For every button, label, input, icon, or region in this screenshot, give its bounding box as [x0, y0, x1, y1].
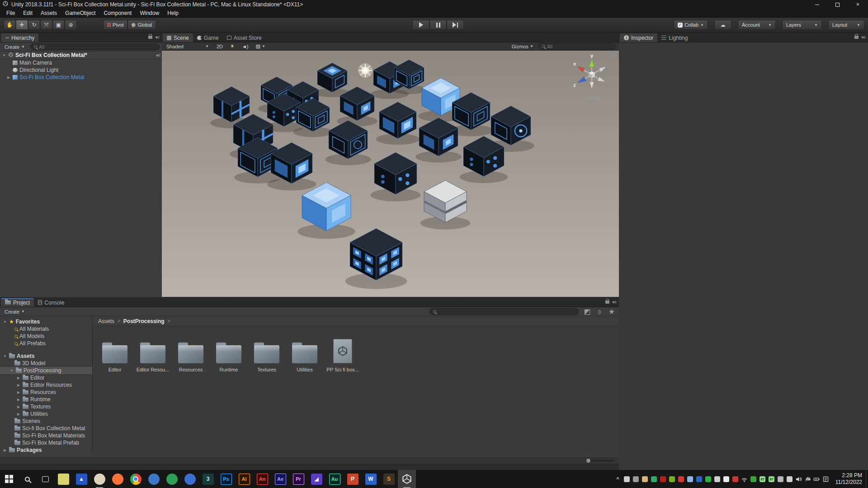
- tree-item-textures[interactable]: ▶Textures: [0, 403, 92, 410]
- wifi-hotspot-icon[interactable]: [632, 475, 640, 483]
- breadcrumb-root[interactable]: Assets: [98, 318, 114, 324]
- blue-tool-icon[interactable]: [686, 475, 694, 483]
- animate-icon[interactable]: An: [253, 470, 271, 488]
- layers-dropdown[interactable]: Layers▼: [782, 20, 822, 30]
- scene-effects-dropdown-icon[interactable]: ▨ ▼: [254, 43, 268, 49]
- green-ring-icon[interactable]: [704, 475, 712, 483]
- tree-expander-icon[interactable]: ▶: [16, 412, 21, 416]
- pause-button[interactable]: [429, 20, 447, 30]
- tab-game[interactable]: Game: [193, 33, 223, 42]
- minimize-button[interactable]: [807, 0, 827, 9]
- toggle-2d-button[interactable]: 2D: [214, 44, 225, 49]
- tree-item-all-materials[interactable]: All Materials: [0, 325, 92, 333]
- tray-expand-icon[interactable]: ^: [614, 475, 622, 483]
- tree-expander-icon[interactable]: ▶: [16, 398, 21, 402]
- scene-cube-quad[interactable]: [345, 229, 407, 289]
- project-create-button[interactable]: Create▼: [2, 309, 28, 315]
- scene-cube-metal[interactable]: [420, 180, 471, 230]
- asset-pp-sci-fi-box-[interactable]: PP Sci fi box...: [329, 338, 357, 372]
- transform-tool-icon[interactable]: ⊕: [65, 20, 77, 30]
- rotate-tool-icon[interactable]: ↻: [28, 20, 40, 30]
- hierarchy-item-main-camera[interactable]: Main Camera: [0, 59, 162, 66]
- tree-item-favorites[interactable]: ▼★Favorites: [0, 318, 92, 325]
- nvidia-icon[interactable]: [668, 475, 676, 483]
- red-a-app-icon[interactable]: [677, 475, 685, 483]
- layout-dropdown[interactable]: Layout▼: [828, 20, 864, 30]
- search-globe-app-icon[interactable]: [145, 470, 163, 488]
- tab-lighting[interactable]: Lighting: [657, 33, 692, 42]
- tree-item-all-models[interactable]: All Models: [0, 333, 92, 340]
- menu-edit[interactable]: Edit: [19, 9, 36, 17]
- menu-component[interactable]: Component: [100, 9, 135, 17]
- scene-cube-grid[interactable]: [392, 60, 427, 94]
- cpu-temp-37-icon[interactable]: 37: [759, 475, 766, 483]
- pivot-toggle[interactable]: Pivot: [103, 20, 127, 30]
- directional-light-gizmo-icon[interactable]: [358, 63, 373, 78]
- breadcrumb-current[interactable]: PostProcessing: [123, 318, 165, 324]
- power-plug-icon[interactable]: [813, 475, 821, 483]
- chrome-icon[interactable]: [127, 470, 145, 488]
- green-shield-icon[interactable]: [650, 475, 658, 483]
- scene-search-input[interactable]: [538, 43, 615, 50]
- tab-console[interactable]: Console: [34, 298, 68, 307]
- play-button[interactable]: [412, 20, 429, 30]
- menu-window[interactable]: Window: [136, 9, 163, 17]
- tree-item-all-prefabs[interactable]: All Prefabs: [0, 340, 92, 347]
- scene-expander-icon[interactable]: ▼: [2, 53, 6, 57]
- menu-gameobject[interactable]: GameObject: [61, 9, 99, 17]
- 3ds-max-icon[interactable]: 3: [199, 470, 217, 488]
- hierarchy-menu-icon[interactable]: ▾≡: [155, 35, 159, 40]
- tree-item-sci-fi-box-metal-materials[interactable]: Sci-Fi Box Metal Materials: [0, 432, 92, 439]
- thumbnail-zoom-slider[interactable]: [586, 460, 614, 461]
- shading-mode-dropdown[interactable]: Shaded▼: [164, 44, 212, 49]
- photoshop-icon[interactable]: Ps: [217, 470, 235, 488]
- menu-file[interactable]: File: [3, 9, 19, 17]
- tree-item-editor-resources[interactable]: ▶Editor Resources: [0, 381, 92, 389]
- tree-item-resources[interactable]: ▶Resources: [0, 389, 92, 396]
- scale-tool-icon[interactable]: ⤧: [40, 20, 52, 30]
- moon-app-icon[interactable]: [641, 475, 649, 483]
- collab-dropdown[interactable]: ✓ Collab▼: [674, 20, 708, 30]
- tree-item-postprocessing[interactable]: ▼PostProcessing: [0, 367, 92, 374]
- tree-expander-icon[interactable]: ▼: [3, 354, 7, 358]
- scene-cube-roundpanel[interactable]: [376, 102, 420, 145]
- scene-viewport[interactable]: yxz < Persp: [162, 51, 619, 297]
- asset-resources[interactable]: Resources: [177, 338, 205, 372]
- tab-hierarchy[interactable]: ≔ Hierarchy: [1, 33, 38, 42]
- saved-search-star-icon[interactable]: ★: [606, 307, 617, 316]
- scene-cube-panel[interactable]: [415, 117, 461, 162]
- maximize-button[interactable]: [827, 0, 848, 9]
- tree-item-sci-fi-box-metal-prefab[interactable]: Sci-Fi Box Metal Prefab: [0, 439, 92, 446]
- asset-editor[interactable]: Editor: [101, 338, 129, 372]
- panel-lock-icon[interactable]: [605, 300, 609, 304]
- menu-assets[interactable]: Assets: [37, 9, 61, 17]
- tab-inspector[interactable]: iInspector: [620, 33, 657, 42]
- hierarchy-item-sci-fi-box-collection-metal[interactable]: ▶Sci-Fi Box Collection Metal: [0, 74, 162, 81]
- scene-lighting-toggle-icon[interactable]: ☀: [228, 43, 237, 49]
- after-effects-icon[interactable]: Ae: [271, 470, 289, 488]
- tree-expander-icon[interactable]: ▶: [16, 376, 21, 380]
- global-toggle[interactable]: Global: [127, 20, 156, 30]
- asset-runtime[interactable]: Runtime: [215, 338, 243, 372]
- gray-app-icon[interactable]: [777, 475, 784, 483]
- sublime-text-icon[interactable]: S: [380, 470, 398, 488]
- blue-app-icon[interactable]: [695, 475, 703, 483]
- tree-item-assets[interactable]: ▼Assets: [0, 352, 92, 360]
- hierarchy-lock-icon[interactable]: [148, 36, 152, 39]
- task-view-icon[interactable]: [36, 470, 54, 488]
- tab-scene[interactable]: Scene: [163, 33, 193, 42]
- tab-asset-store[interactable]: Asset Store: [223, 33, 266, 42]
- search-by-type-icon[interactable]: ◩: [581, 307, 593, 316]
- scene-root-row[interactable]: ▼ Sci-Fi Box Collection Metal* ▾≡: [0, 52, 162, 59]
- wifi-bars-icon[interactable]: [741, 475, 748, 483]
- scene-options-icon[interactable]: ▾≡: [156, 53, 160, 58]
- tree-expander-icon[interactable]: ▶: [16, 405, 21, 409]
- paint-icon[interactable]: [90, 470, 108, 488]
- globe-app-icon[interactable]: [181, 470, 199, 488]
- tree-expander-icon[interactable]: ▶: [16, 383, 21, 387]
- unity-editor-icon[interactable]: [398, 470, 416, 488]
- onedrive-icon[interactable]: [804, 475, 811, 483]
- panel-menu-icon[interactable]: ▾≡: [612, 300, 616, 305]
- adobe-cc-icon[interactable]: [659, 475, 667, 483]
- project-search-input[interactable]: [429, 308, 579, 315]
